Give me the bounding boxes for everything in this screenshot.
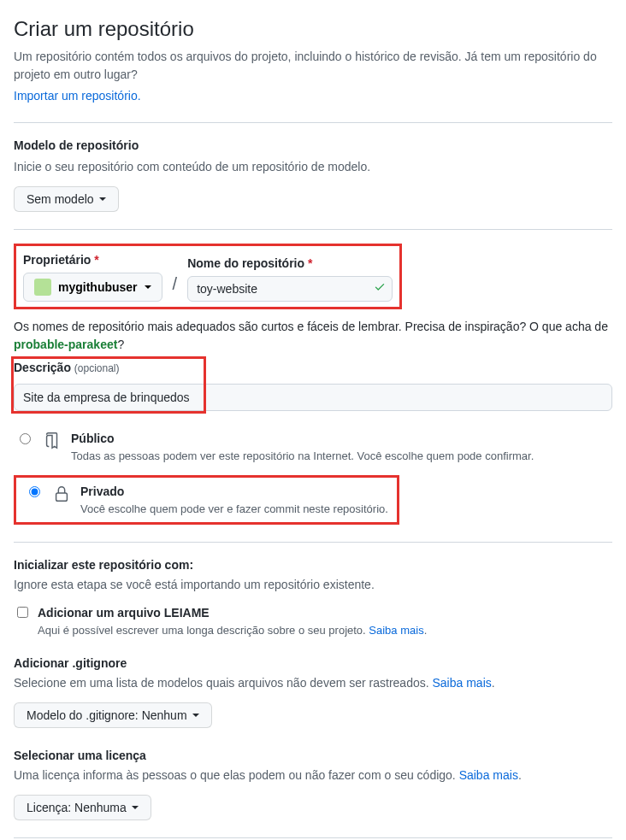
private-title: Privado (80, 483, 388, 501)
private-radio[interactable] (29, 486, 40, 497)
repo-name-input[interactable] (187, 276, 393, 302)
repo-name-label: Nome do repositório * (187, 255, 393, 273)
initialize-heading: Inicializar este repositório com: (14, 556, 612, 574)
owner-label: Proprietário * (23, 251, 162, 269)
template-dropdown[interactable]: Sem modelo (14, 186, 119, 212)
page-subtitle: Um repositório contém todos os arquivos … (14, 48, 612, 84)
description-label: Descrição (opcional) (14, 359, 612, 377)
owner-dropdown[interactable]: mygithubuser (23, 273, 162, 302)
public-title: Público (71, 430, 534, 448)
divider (14, 229, 612, 230)
caret-down-icon (145, 285, 151, 289)
highlight-private: Privado Você escolhe quem pode ver e faz… (14, 475, 399, 526)
slash-separator: / (171, 271, 180, 302)
gitignore-heading: Adicionar .gitignore (14, 655, 612, 673)
license-heading: Selecionar uma licença (14, 747, 612, 765)
description-input[interactable] (14, 384, 612, 411)
svg-rect-0 (56, 493, 68, 501)
name-help: Os nomes de repositório mais adequados s… (14, 318, 612, 354)
license-dropdown[interactable]: Licença: Nenhuma (14, 795, 151, 820)
check-icon (374, 280, 386, 298)
caret-down-icon (99, 197, 106, 201)
import-link[interactable]: Importar um repositório. (14, 89, 141, 103)
gitignore-dropdown[interactable]: Modelo do .gitignore: Nenhum (14, 702, 212, 728)
divider (14, 837, 612, 838)
highlight-owner-repo: Proprietário * mygithubuser / Nome do re… (14, 244, 402, 309)
caret-down-icon (192, 714, 199, 717)
caret-down-icon (132, 806, 139, 809)
name-suggestion[interactable]: probable-parakeet (14, 338, 117, 351)
private-desc: Você escolhe quem pode ver e fazer commi… (80, 501, 388, 518)
readme-title: Adicionar um arquivo LEIAME (38, 604, 427, 622)
lock-icon (51, 483, 72, 503)
license-desc: Uma licença informa às pessoas o que ela… (14, 767, 612, 784)
template-label: Modelo de repositório (14, 137, 612, 155)
initialize-help: Ignore esta etapa se você está importand… (14, 576, 612, 594)
visibility-public-row: Público Todas as pessoas podem ver este … (14, 425, 612, 470)
repo-icon (42, 430, 62, 450)
license-learn-more[interactable]: Saiba mais (459, 768, 518, 782)
page-title: Criar um repositório (14, 14, 612, 44)
template-help: Inicie o seu repositório com conteúdo de… (14, 158, 612, 176)
divider (14, 542, 612, 543)
readme-checkbox[interactable] (17, 607, 28, 618)
avatar-icon (34, 279, 51, 296)
readme-learn-more[interactable]: Saiba mais (369, 624, 423, 637)
gitignore-learn-more[interactable]: Saiba mais (432, 676, 491, 690)
divider (14, 122, 612, 123)
gitignore-desc: Selecione em uma lista de modelos quais … (14, 674, 612, 692)
readme-desc: Aqui é possível escrever uma longa descr… (38, 622, 427, 639)
public-radio[interactable] (20, 433, 31, 444)
public-desc: Todas as pessoas podem ver este repositó… (71, 448, 534, 465)
